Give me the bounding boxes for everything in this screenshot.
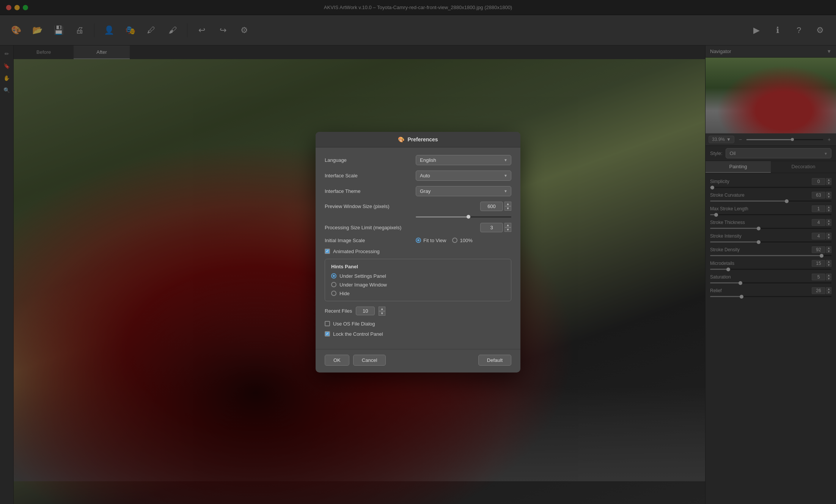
interface-scale-select[interactable]: Auto 100% 125% [416, 171, 511, 181]
preview-size-label: Preview Window Size (pixels) [325, 203, 416, 209]
processing-limit-up[interactable]: ▲ [504, 223, 511, 227]
use-os-dialog-label: Use OS File Dialog [333, 321, 375, 327]
animated-processing-row[interactable]: ✓ Animated Processing [325, 249, 511, 254]
preview-size-row: Preview Window Size (pixels) ▲ ▼ [325, 202, 511, 211]
preview-size-up[interactable]: ▲ [504, 202, 511, 206]
initial-scale-row: Initial Image Scale Fit to View 100% [325, 238, 511, 243]
initial-scale-radio-group: Fit to View 100% [416, 238, 473, 243]
processing-limit-row: Processing Size Limit (megapixels) ▲ ▼ [325, 223, 511, 232]
hints-image-radio[interactable] [331, 282, 336, 287]
interface-theme-control: Gray Dark Light [416, 186, 511, 196]
fit-to-view-radio[interactable] [416, 238, 421, 243]
use-os-dialog-checkbox[interactable] [325, 321, 330, 326]
lock-control-panel-checkbox[interactable]: ✓ [325, 331, 330, 337]
dialog-buttons: OK Cancel Default [316, 349, 520, 373]
fit-to-view-option[interactable]: Fit to View [416, 238, 446, 243]
language-control: English French German [416, 155, 511, 165]
hints-panel-title: Hints Panel [331, 264, 505, 269]
ok-button[interactable]: OK [325, 355, 349, 366]
processing-limit-input[interactable] [480, 223, 503, 232]
recent-files-up[interactable]: ▲ [379, 307, 385, 311]
default-button[interactable]: Default [478, 355, 511, 366]
language-row: Language English French German [325, 155, 511, 165]
interface-scale-control: Auto 100% 125% [416, 171, 511, 181]
recent-files-row: Recent Files ▲ ▼ [325, 307, 511, 316]
preview-size-down[interactable]: ▼ [504, 206, 511, 211]
lock-control-panel-label: Lock the Control Panel [333, 331, 383, 337]
hints-hide-radio[interactable] [331, 291, 336, 296]
interface-scale-row: Interface Scale Auto 100% 125% [325, 171, 511, 181]
dialog-overlay: 🎨 Preferences Language English French Ge… [0, 0, 836, 504]
language-label: Language [325, 157, 416, 163]
processing-limit-spinner: ▲ ▼ [504, 223, 511, 232]
lock-control-panel-row[interactable]: ✓ Lock the Control Panel [325, 331, 511, 337]
dialog-icon: 🎨 [398, 136, 404, 142]
hints-under-image[interactable]: Under Image Window [331, 282, 505, 288]
dialog-body: Language English French German Interface… [316, 147, 520, 349]
hints-under-settings[interactable]: Under Settings Panel [331, 273, 505, 279]
animated-processing-label: Animated Processing [333, 249, 380, 254]
preview-size-slider[interactable] [416, 216, 511, 218]
processing-limit-down[interactable]: ▼ [504, 227, 511, 232]
hundred-pct-radio[interactable] [452, 238, 457, 243]
ok-cancel-group: OK Cancel [325, 355, 386, 366]
interface-theme-label: Interface Theme [325, 188, 416, 194]
hundred-pct-option[interactable]: 100% [452, 238, 472, 243]
cancel-button[interactable]: Cancel [353, 355, 386, 366]
preview-size-control: ▲ ▼ [416, 202, 511, 211]
preferences-dialog: 🎨 Preferences Language English French Ge… [316, 132, 520, 373]
processing-limit-control: ▲ ▼ [416, 223, 511, 232]
interface-theme-select[interactable]: Gray Dark Light [416, 186, 511, 196]
dialog-title: 🎨 Preferences [316, 132, 520, 147]
recent-files-label: Recent Files [325, 308, 352, 314]
use-os-dialog-row[interactable]: Use OS File Dialog [325, 321, 511, 327]
hints-hide[interactable]: Hide [331, 291, 505, 296]
language-select[interactable]: English French German [416, 155, 511, 165]
hints-settings-radio[interactable] [331, 273, 336, 279]
initial-scale-label: Initial Image Scale [325, 238, 416, 243]
interface-scale-label: Interface Scale [325, 173, 416, 178]
preview-slider-row [325, 216, 511, 218]
preview-size-spinner: ▲ ▼ [504, 202, 511, 211]
preview-size-input[interactable] [480, 202, 503, 211]
recent-files-input[interactable] [356, 307, 375, 315]
recent-files-down[interactable]: ▼ [379, 311, 385, 316]
animated-processing-checkbox[interactable]: ✓ [325, 249, 330, 254]
interface-theme-row: Interface Theme Gray Dark Light [325, 186, 511, 196]
recent-files-spinner: ▲ ▼ [379, 307, 385, 316]
processing-limit-label: Processing Size Limit (megapixels) [325, 225, 416, 230]
hints-panel-section: Hints Panel Under Settings Panel Under I… [325, 259, 511, 301]
